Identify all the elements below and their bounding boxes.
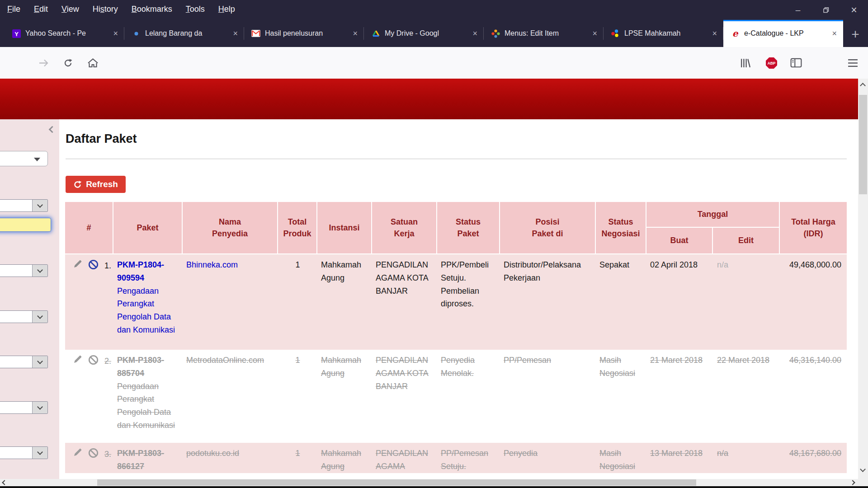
edit-pencil-icon[interactable]	[73, 259, 82, 269]
hamburger-menu-button[interactable]	[844, 47, 861, 79]
forward-button[interactable]	[35, 47, 52, 79]
cell-total-harga: 46,316,140.00	[780, 350, 847, 443]
cell-tanggal-buat: 13 Maret 2018	[646, 443, 713, 473]
cell-status-negosiasi: Masih Negosiasi	[596, 443, 646, 473]
ekatalog-icon: e	[731, 29, 740, 38]
chevron-down-icon	[37, 449, 43, 455]
penyedia-link[interactable]: podotuku.co.id	[186, 449, 239, 458]
sidebar-select-4[interactable]	[0, 356, 48, 368]
select-dropdown-button[interactable]	[32, 200, 47, 211]
edit-pencil-icon[interactable]	[73, 448, 82, 457]
select-dropdown-button[interactable]	[32, 311, 47, 323]
column-header-harga: Total Harga(IDR)	[780, 202, 847, 253]
library-button[interactable]	[737, 47, 753, 79]
hamburger-menu-icon	[848, 59, 858, 67]
column-header-paket: Paket	[113, 202, 183, 253]
cell-tanggal-edit: 22 Maret 2018	[713, 350, 780, 443]
select-dropdown-button[interactable]	[32, 265, 47, 277]
paket-link[interactable]: PKM-P1803-866127	[117, 449, 164, 471]
restore-button[interactable]	[812, 0, 840, 20]
tab-close-button[interactable]: ×	[351, 29, 359, 38]
menu-bookmarks[interactable]: Bookmarks	[132, 5, 172, 14]
window-controls: – ×	[784, 0, 868, 20]
svg-text:ABP: ABP	[767, 61, 775, 66]
chevron-down-icon	[34, 158, 40, 161]
sidebar-select-5[interactable]	[0, 401, 48, 414]
cancel-slash-icon[interactable]	[88, 448, 99, 458]
tab-7[interactable]: ee-Catalogue - LKP×	[723, 20, 843, 47]
cancel-slash-icon[interactable]	[88, 259, 99, 270]
cell-total-harga: 48,167,680.00	[780, 443, 847, 473]
penyedia-link[interactable]: Bhinneka.com	[186, 260, 238, 269]
cell-total-produk: 1	[278, 443, 317, 473]
scroll-right-icon[interactable]	[850, 480, 855, 485]
tab-close-button[interactable]: ×	[231, 29, 240, 38]
horizontal-scroll-thumb[interactable]	[97, 479, 696, 486]
tab-2[interactable]: Lelang Barang da×	[124, 20, 244, 47]
cell-posisi: Distributor/Pelaksana Pekerjaan	[500, 254, 596, 350]
tab-6[interactable]: LPSE Mahkamah×	[604, 20, 723, 47]
tab-3[interactable]: Hasil penelusuran×	[244, 20, 364, 47]
menu-help[interactable]: Help	[218, 5, 235, 14]
sidebar-select-2[interactable]	[0, 264, 48, 277]
select-dropdown-button[interactable]	[32, 402, 47, 413]
sidebar-dropdown[interactable]	[0, 151, 48, 166]
tab-close-button[interactable]: ×	[111, 29, 120, 38]
vertical-scrollbar[interactable]	[858, 79, 868, 479]
menu-view[interactable]: View	[61, 5, 79, 14]
cell-instansi: Mahkamah Agung	[317, 254, 372, 350]
cell-posisi: Penyedia	[500, 443, 596, 473]
minimize-button[interactable]: –	[784, 0, 812, 20]
penyedia-link[interactable]: MetrodataOnline.com	[186, 356, 264, 365]
table-row: 2.PKM-P1803-885704 Pengadaan Perangkat P…	[65, 350, 847, 443]
cell-tanggal-buat: 02 April 2018	[646, 254, 713, 350]
adblock-plus-button[interactable]: ABP	[763, 47, 779, 79]
tab-title: Yahoo Search - Pe	[25, 29, 108, 38]
tab-title: LPSE Mahkamah	[624, 29, 708, 38]
home-button[interactable]	[85, 47, 101, 79]
column-header-satuan: SatuanKerja	[372, 202, 437, 253]
sidebar-toggle-button[interactable]	[788, 47, 804, 79]
paket-link[interactable]: PKM-P1803-885704 Pengadaan Perangkat Pen…	[117, 356, 175, 430]
sidebar-select-3[interactable]	[0, 310, 48, 323]
select-dropdown-button[interactable]	[32, 356, 47, 368]
tab-close-button[interactable]: ×	[590, 29, 599, 38]
scroll-down-icon[interactable]	[860, 466, 866, 472]
menu-tools[interactable]: Tools	[186, 5, 205, 14]
cancel-slash-icon[interactable]	[88, 355, 99, 365]
tab-5[interactable]: Menus: Edit Item×	[484, 20, 604, 47]
scroll-left-icon[interactable]	[2, 480, 7, 485]
close-button[interactable]: ×	[840, 0, 868, 20]
reload-button[interactable]	[60, 47, 76, 79]
sidebar-select-1[interactable]	[0, 199, 48, 212]
new-tab-button[interactable]: +	[846, 25, 864, 43]
cell-tanggal-buat: 21 Maret 2018	[646, 350, 713, 443]
tab-close-button[interactable]: ×	[830, 29, 839, 38]
scroll-up-icon[interactable]	[860, 83, 866, 89]
paket-link[interactable]: PKM-P1804-909594 Pengadaan Perangkat Pen…	[117, 260, 175, 334]
column-header-penyedia: NamaPenyedia	[183, 202, 278, 253]
menu-file[interactable]: File	[7, 5, 20, 14]
horizontal-scrollbar[interactable]	[0, 479, 868, 486]
sidebar-select-6[interactable]	[0, 446, 48, 459]
refresh-button[interactable]: Refresh	[66, 176, 126, 193]
sidebar-highlighted-input[interactable]	[0, 218, 51, 232]
column-header-tanggal: TanggalBuatEdit	[646, 202, 780, 253]
cell-total-produk: 1	[278, 350, 317, 443]
select-dropdown-button[interactable]	[32, 447, 47, 459]
tab-title: Hasil penelusuran	[265, 29, 348, 38]
menu-history[interactable]: History	[93, 5, 118, 14]
gmail-icon	[251, 29, 260, 38]
menu-edit[interactable]: Edit	[34, 5, 48, 14]
tab-title: Menus: Edit Item	[505, 29, 588, 38]
cell-actions: 1.	[65, 254, 113, 350]
tab-4[interactable]: My Drive - Googl×	[364, 20, 484, 47]
adblock-plus-icon: ABP	[765, 57, 778, 69]
edit-pencil-icon[interactable]	[73, 355, 82, 364]
sidebar-toggle-icon	[790, 58, 802, 68]
tab-close-button[interactable]: ×	[471, 29, 479, 38]
vertical-scroll-thumb[interactable]	[859, 95, 867, 194]
row-number: 3.	[104, 448, 111, 461]
tab-1[interactable]: YYahoo Search - Pe×	[5, 20, 124, 47]
tab-close-button[interactable]: ×	[710, 29, 719, 38]
